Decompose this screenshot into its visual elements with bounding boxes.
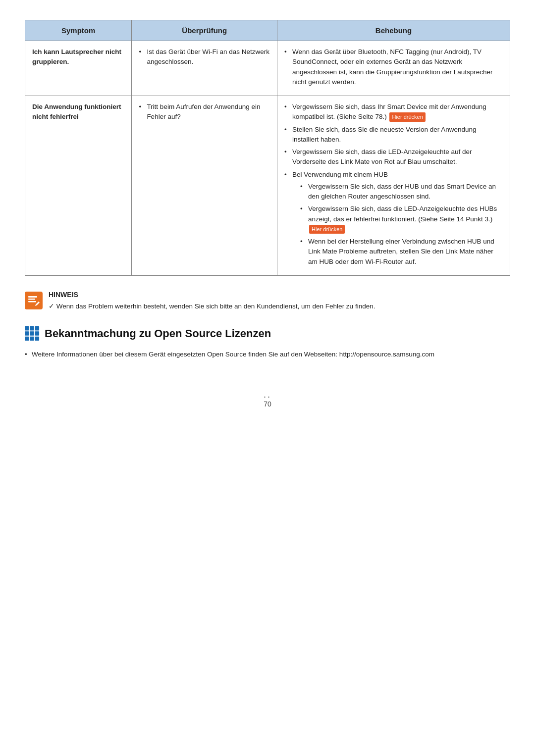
hinweis-icon <box>25 292 43 309</box>
hier-druecken-badge-2[interactable]: Hier drücken <box>309 225 345 234</box>
behebung-item-2-3: Vergewissern Sie sich, dass die LED-Anze… <box>284 147 503 167</box>
svg-rect-0 <box>25 292 43 309</box>
symptom-text-2: Die Anwendung funktioniert nicht fehlerf… <box>32 103 121 120</box>
behebung-list-1: Wenn das Gerät über Bluetooth, NFC Taggi… <box>284 47 503 87</box>
ueberpruefung-item: Ist das Gerät über Wi-Fi an das Netzwerk… <box>139 47 270 67</box>
svg-rect-1 <box>28 296 37 298</box>
ueberpruefung-list-2: Tritt beim Aufrufen der Anwendung ein Fe… <box>139 102 270 122</box>
ueberpruefung-list-1: Ist das Gerät über Wi-Fi an das Netzwerk… <box>139 47 270 67</box>
behebung-cell-2: Vergewissern Sie sich, dass Ihr Smart De… <box>277 96 510 276</box>
hinweis-title: HINWEIS <box>49 291 375 299</box>
ueberpruefung-cell-2: Tritt beim Aufrufen der Anwendung ein Fe… <box>132 96 277 276</box>
header-ueberpruefung: Überprüfung <box>132 20 277 41</box>
svg-rect-14 <box>35 337 39 341</box>
symptom-cell-1: Ich kann Lautsprecher nicht gruppieren. <box>25 41 132 96</box>
sub-item-2: Vergewissern Sie sich, dass die LED-Anze… <box>300 204 503 234</box>
ueberpruefung-item-2: Tritt beim Aufrufen der Anwendung ein Fe… <box>139 102 270 122</box>
open-source-icon <box>25 326 40 341</box>
ueberpruefung-cell-1: Ist das Gerät über Wi-Fi an das Netzwerk… <box>132 41 277 96</box>
behebung-text-2-4: Bei Verwendung mit einem HUB <box>292 171 388 178</box>
behebung-cell-1: Wenn das Gerät über Bluetooth, NFC Taggi… <box>277 41 510 96</box>
svg-rect-9 <box>25 331 29 335</box>
open-source-section: Bekanntmachung zu Open Source Lizenzen W… <box>25 326 510 360</box>
svg-rect-11 <box>35 331 39 335</box>
behebung-item-2-1: Vergewissern Sie sich, dass Ihr Smart De… <box>284 102 503 122</box>
behebung-list-2: Vergewissern Sie sich, dass Ihr Smart De… <box>284 102 503 267</box>
hinweis-text: Wenn das Problem weiterhin besteht, wend… <box>49 302 375 311</box>
symptom-cell-2: Die Anwendung funktioniert nicht fehlerf… <box>25 96 132 276</box>
sub-item-1: Vergewissern Sie sich, dass der HUB und … <box>300 182 503 202</box>
open-source-text: Weitere Informationen über bei diesem Ge… <box>25 349 510 360</box>
hier-druecken-badge-1[interactable]: Hier drücken <box>389 112 425 122</box>
svg-rect-7 <box>30 326 34 330</box>
behebung-item-2-2: Stellen Sie sich, dass Sie die neueste V… <box>284 125 503 145</box>
svg-rect-10 <box>30 331 34 335</box>
header-behebung: Behebung <box>277 20 510 41</box>
sub-list: Vergewissern Sie sich, dass der HUB und … <box>292 182 503 267</box>
page-number: 70 <box>25 400 510 408</box>
svg-rect-12 <box>25 337 29 341</box>
header-symptom: Symptom <box>25 20 132 41</box>
table-row: Ich kann Lautsprecher nicht gruppieren. … <box>25 41 510 96</box>
svg-rect-6 <box>25 326 29 330</box>
open-source-title: Bekanntmachung zu Open Source Lizenzen <box>25 326 510 341</box>
svg-rect-2 <box>28 299 35 300</box>
hinweis-content: HINWEIS Wenn das Problem weiterhin beste… <box>49 291 375 311</box>
open-source-heading: Bekanntmachung zu Open Source Lizenzen <box>45 327 271 340</box>
page-footer: .. 70 <box>25 390 510 408</box>
page-dots: .. <box>25 390 510 400</box>
behebung-item: Wenn das Gerät über Bluetooth, NFC Taggi… <box>284 47 503 87</box>
svg-rect-3 <box>28 301 36 302</box>
troubleshoot-table: Symptom Überprüfung Behebung Ich kann La… <box>25 20 510 276</box>
sub-item-3: Wenn bei der Herstellung einer Verbindun… <box>300 237 503 267</box>
hinweis-section: HINWEIS Wenn das Problem weiterhin beste… <box>25 291 510 311</box>
behebung-item-2-4: Bei Verwendung mit einem HUB Vergewisser… <box>284 170 503 267</box>
svg-rect-13 <box>30 337 34 341</box>
symptom-text-1: Ich kann Lautsprecher nicht gruppieren. <box>32 48 121 65</box>
table-row: Die Anwendung funktioniert nicht fehlerf… <box>25 96 510 276</box>
svg-rect-8 <box>35 326 39 330</box>
